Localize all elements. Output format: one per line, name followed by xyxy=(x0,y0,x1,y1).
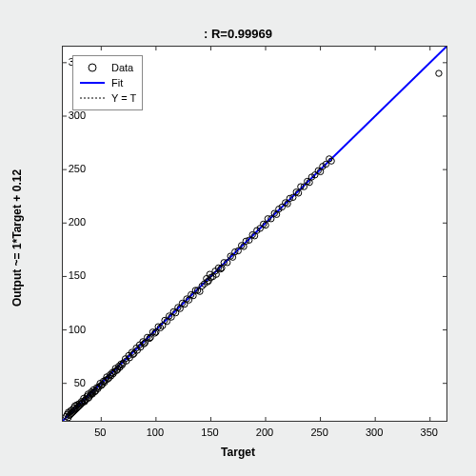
x-tick-label: 300 xyxy=(366,426,383,438)
legend-entry-data: Data xyxy=(79,60,136,75)
x-tick-label: 50 xyxy=(94,426,106,438)
legend: Data Fit Y = T xyxy=(72,55,143,110)
regression-chart: : R=0.99969 Output ~= 1*Target + 0.12 Ta… xyxy=(0,0,476,476)
x-tick-label: 100 xyxy=(147,426,164,438)
y-tick-label: 50 xyxy=(48,377,86,388)
chart-title: : R=0.99969 xyxy=(0,27,476,41)
y-tick-label: 150 xyxy=(48,269,86,281)
x-tick-label: 250 xyxy=(310,426,327,438)
legend-entry-yt: Y = T xyxy=(79,90,136,106)
y-tick-label: 250 xyxy=(48,163,86,174)
circle-marker-icon xyxy=(79,61,106,74)
svg-point-188 xyxy=(89,64,96,71)
legend-label: Data xyxy=(111,62,133,73)
y-tick-label: 300 xyxy=(48,109,86,121)
dotted-line-icon xyxy=(79,91,106,105)
x-tick-label: 350 xyxy=(421,426,438,438)
legend-entry-fit: Fit xyxy=(79,75,136,90)
solid-line-icon xyxy=(79,76,106,89)
svg-point-187 xyxy=(436,70,442,76)
x-tick-label: 200 xyxy=(256,426,273,438)
legend-label: Y = T xyxy=(111,92,136,104)
y-axis-label: Output ~= 1*Target + 0.12 xyxy=(10,169,24,307)
y-tick-label: 200 xyxy=(48,216,86,228)
legend-label: Fit xyxy=(111,77,123,89)
x-tick-label: 150 xyxy=(201,426,218,438)
x-axis-label: Target xyxy=(0,446,476,459)
y-tick-label: 100 xyxy=(48,324,86,335)
